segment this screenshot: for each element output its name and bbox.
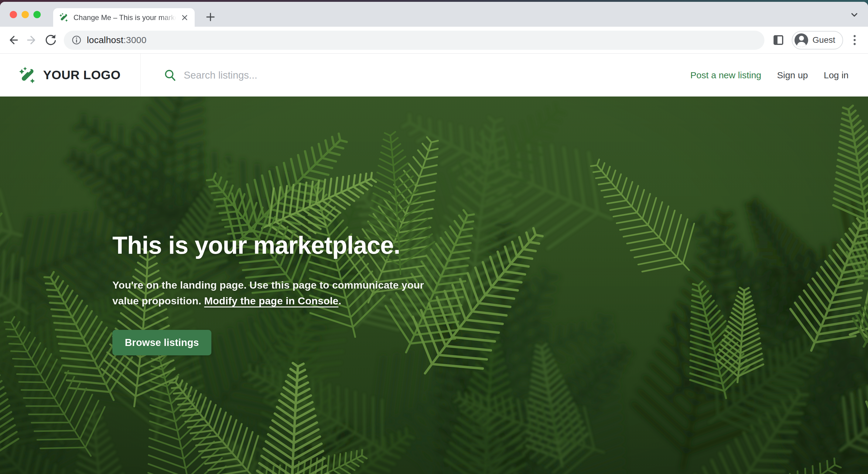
kebab-menu-icon: [853, 33, 857, 47]
chevron-down-icon: [849, 10, 860, 20]
back-arrow-icon: [6, 33, 20, 47]
hero-title: This is your marketplace.: [112, 231, 868, 260]
browse-listings-button[interactable]: Browse listings: [112, 330, 211, 356]
profile-label: Guest: [812, 35, 835, 45]
browser-window: Change Me – This is your marketplace.: [0, 2, 868, 474]
reload-icon: [44, 33, 57, 47]
plus-icon: [206, 12, 215, 22]
search-icon: [164, 69, 177, 81]
browser-menu-button[interactable]: [848, 33, 861, 47]
zoom-window-button[interactable]: [33, 11, 41, 18]
new-tab-button[interactable]: [203, 9, 218, 25]
close-tab-icon[interactable]: [180, 12, 190, 23]
logo-link[interactable]: YOUR LOGO: [0, 54, 141, 97]
forward-arrow-icon: [25, 33, 38, 47]
logo-text: YOUR LOGO: [43, 68, 121, 82]
hero-subtitle-suffix: .: [338, 295, 341, 306]
wand-logo-icon: [19, 66, 36, 84]
wand-favicon-icon: [59, 13, 69, 22]
url-host: localhost: [87, 35, 123, 45]
back-button[interactable]: [6, 33, 20, 47]
minimize-window-button[interactable]: [22, 11, 29, 18]
forward-button[interactable]: [25, 33, 39, 47]
avatar-icon: [795, 33, 808, 47]
post-new-listing-link[interactable]: Post a new listing: [690, 70, 761, 80]
hero-subtitle-line2: value proposition. Modify the page in Co…: [112, 293, 428, 309]
tab-strip: Change Me – This is your marketplace.: [0, 2, 868, 27]
search-section: [141, 54, 690, 97]
profile-button[interactable]: Guest: [792, 31, 843, 49]
topbar-nav: Post a new listing Sign up Log in: [690, 54, 868, 97]
url-text: localhost:3000: [87, 35, 146, 45]
hero-subtitle: You're on the landing page. Use this pag…: [112, 277, 428, 309]
side-panel-icon: [772, 34, 784, 46]
hero-content: This is your marketplace. You're on the …: [0, 97, 868, 356]
browser-toolbar: localhost:3000 Guest: [0, 27, 868, 54]
url-port: :3000: [123, 35, 146, 45]
tab-search-chevron-button[interactable]: [849, 10, 860, 20]
hero-subtitle-line2-prefix: value proposition.: [112, 295, 204, 306]
side-panel-button[interactable]: [771, 32, 786, 48]
browser-tab[interactable]: Change Me – This is your marketplace.: [53, 8, 195, 27]
modify-page-console-link[interactable]: Modify the page in Console: [204, 295, 338, 306]
log-in-link[interactable]: Log in: [824, 70, 848, 80]
sign-up-link[interactable]: Sign up: [777, 70, 808, 80]
address-bar[interactable]: localhost:3000: [64, 31, 765, 50]
site-info-icon[interactable]: [72, 35, 82, 45]
traffic-lights: [10, 11, 41, 18]
site-topbar: YOUR LOGO Post a new listing Sign up Log…: [0, 54, 868, 97]
hero-subtitle-line1: You're on the landing page. Use this pag…: [112, 277, 428, 293]
close-window-button[interactable]: [10, 11, 17, 18]
search-input[interactable]: [183, 69, 457, 81]
reload-button[interactable]: [43, 33, 58, 47]
tab-title: Change Me – This is your marketplace.: [73, 13, 180, 22]
hero-section: This is your marketplace. You're on the …: [0, 97, 868, 474]
